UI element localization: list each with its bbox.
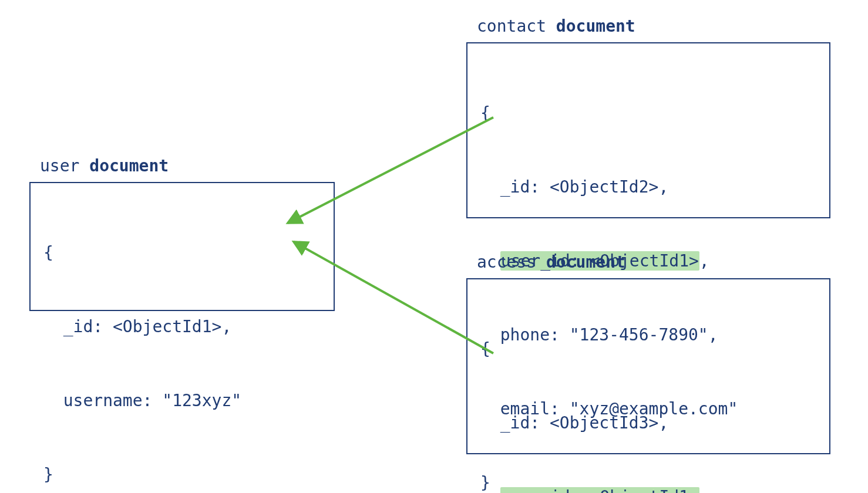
user-document-box: { _id: <ObjectId1>, username: "123xyz" } [29, 182, 335, 311]
contact-document-label: contact document [477, 16, 635, 36]
contact-document-box: { _id: <ObjectId2>, user_id: <ObjectId1>… [466, 42, 830, 218]
user-document-code: { _id: <ObjectId1>, username: "123xyz" } [43, 191, 321, 493]
user-line-open: { [43, 241, 321, 265]
access-label-prefix: access [477, 252, 546, 272]
access-line-open: { [480, 337, 816, 362]
access-document-box: { _id: <ObjectId3>, user_id: <ObjectId1>… [466, 278, 830, 454]
access-document-code: { _id: <ObjectId3>, user_id: <ObjectId1>… [480, 288, 816, 493]
user-line-id: _id: <ObjectId1>, [63, 317, 232, 336]
access-document-label: access document [477, 252, 625, 272]
contact-line-userid-trailing: , [699, 251, 709, 271]
contact-line-open: { [480, 101, 816, 126]
user-line-close: } [43, 462, 321, 487]
diagram-canvas: user document { _id: <ObjectId1>, userna… [0, 0, 868, 493]
user-label-prefix: user [40, 156, 89, 175]
contact-label-prefix: contact [477, 16, 556, 36]
access-label-bold: document [546, 252, 625, 272]
access-line-userid: user_id: <ObjectId1> [500, 487, 699, 493]
access-line-userid-trailing: , [699, 487, 709, 493]
contact-label-bold: document [556, 16, 635, 36]
contact-line-id: _id: <ObjectId2>, [500, 177, 669, 197]
user-line-username: username: "123xyz" [63, 391, 241, 410]
user-document-label: user document [40, 156, 169, 175]
user-label-bold: document [89, 156, 169, 175]
access-line-id: _id: <ObjectId3>, [500, 413, 669, 433]
